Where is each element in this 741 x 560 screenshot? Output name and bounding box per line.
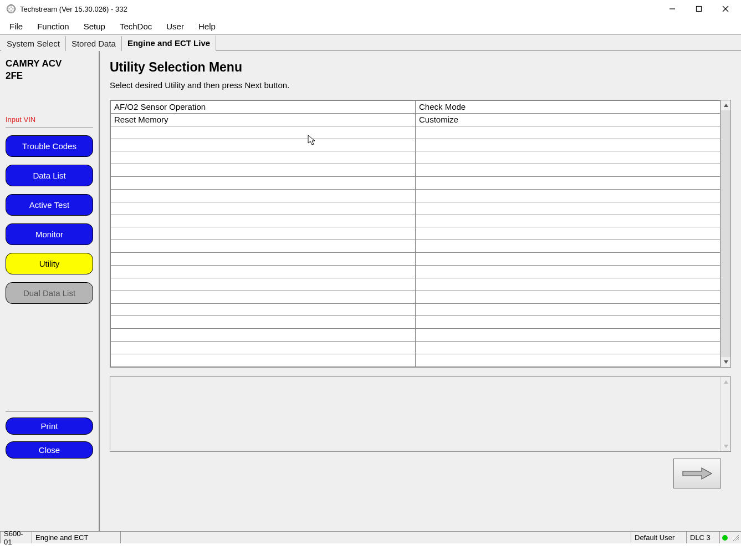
tab-stored-data[interactable]: Stored Data xyxy=(66,36,122,51)
table-row xyxy=(111,329,720,342)
tab-engine-ect-live[interactable]: Engine and ECT Live xyxy=(122,35,216,51)
utility-cell xyxy=(416,151,720,164)
utility-cell xyxy=(111,215,416,227)
utility-cell[interactable]: AF/O2 Sensor Operation xyxy=(111,101,416,114)
nav-active-test[interactable]: Active Test xyxy=(6,194,93,216)
menu-function[interactable]: Function xyxy=(30,19,76,33)
table-row xyxy=(111,139,720,151)
desc-scroll-down-icon xyxy=(721,441,730,451)
utility-cell xyxy=(111,342,416,354)
table-row xyxy=(111,151,720,164)
desc-scroll-up-icon xyxy=(721,377,730,387)
instruction-text: Select desired Utility and then press Ne… xyxy=(110,80,731,90)
input-vin-link[interactable]: Input VIN xyxy=(6,115,93,128)
utility-cell[interactable]: Check Mode xyxy=(416,101,720,114)
menu-setup[interactable]: Setup xyxy=(77,19,112,33)
svg-rect-2 xyxy=(697,7,702,12)
table-row xyxy=(111,227,720,240)
table-row xyxy=(111,354,720,366)
status-user: Default User xyxy=(631,532,687,543)
utility-cell xyxy=(416,303,720,316)
utility-cell xyxy=(111,151,416,164)
utility-cell xyxy=(416,126,720,139)
table-row xyxy=(111,240,720,253)
table-row xyxy=(111,215,720,227)
utility-cell xyxy=(111,177,416,190)
utility-cell xyxy=(416,164,720,177)
menu-user[interactable]: User xyxy=(160,19,191,33)
status-dlc: DLC 3 xyxy=(687,532,720,543)
utility-cell xyxy=(416,354,720,366)
print-button[interactable]: Print xyxy=(6,418,93,435)
resize-grip-icon xyxy=(732,534,740,542)
next-button[interactable] xyxy=(673,459,721,488)
utility-cell xyxy=(416,342,720,354)
table-row xyxy=(111,189,720,202)
vehicle-line1: CAMRY ACV xyxy=(6,58,62,69)
utility-cell xyxy=(111,291,416,303)
table-row: AF/O2 Sensor OperationCheck Mode xyxy=(111,101,720,114)
table-row xyxy=(111,164,720,177)
vehicle-label: CAMRY ACV 2FE xyxy=(6,58,93,82)
nav-utility[interactable]: Utility xyxy=(6,253,93,274)
scroll-up-icon[interactable] xyxy=(721,100,730,110)
table-row xyxy=(111,126,720,139)
utility-cell xyxy=(416,291,720,303)
menu-file[interactable]: File xyxy=(3,19,29,33)
close-button-sidebar[interactable]: Close xyxy=(6,441,93,459)
menu-techdoc[interactable]: TechDoc xyxy=(113,19,159,33)
utility-cell xyxy=(111,354,416,366)
table-row xyxy=(111,342,720,354)
menu-bar: File Function Setup TechDoc User Help xyxy=(0,18,741,34)
table-row xyxy=(111,265,720,278)
description-scrollbar xyxy=(720,377,730,451)
utility-cell xyxy=(111,316,416,329)
utility-cell xyxy=(416,139,720,151)
nav-trouble-codes[interactable]: Trouble Codes xyxy=(6,135,93,157)
app-icon xyxy=(7,4,16,13)
utility-cell[interactable]: Reset Memory xyxy=(111,113,416,126)
main-panel: Utility Selection Menu Select desired Ut… xyxy=(100,51,741,531)
scroll-track[interactable] xyxy=(721,110,730,357)
utility-cell xyxy=(111,189,416,202)
utility-cell xyxy=(111,265,416,278)
desc-scroll-track xyxy=(721,387,730,441)
table-row xyxy=(111,253,720,266)
utility-cell[interactable]: Customize xyxy=(416,113,720,126)
status-code: S600-01 xyxy=(0,532,32,543)
description-box xyxy=(110,376,731,452)
utility-cell xyxy=(111,303,416,316)
tab-system-select[interactable]: System Select xyxy=(1,36,66,51)
nav-monitor[interactable]: Monitor xyxy=(6,223,93,245)
close-button[interactable] xyxy=(712,1,739,17)
table-row: Reset MemoryCustomize xyxy=(111,113,720,126)
scroll-down-icon[interactable] xyxy=(721,357,730,367)
utility-cell xyxy=(111,227,416,240)
status-bar: S600-01 Engine and ECT Default User DLC … xyxy=(0,531,741,543)
utility-cell xyxy=(111,164,416,177)
utility-table-container: AF/O2 Sensor OperationCheck ModeReset Me… xyxy=(110,100,731,368)
nav-data-list[interactable]: Data List xyxy=(6,165,93,186)
maximize-button[interactable] xyxy=(686,1,712,17)
utility-cell xyxy=(416,265,720,278)
utility-cell xyxy=(416,177,720,190)
table-row xyxy=(111,316,720,329)
arrow-right-icon xyxy=(681,466,714,481)
table-row xyxy=(111,202,720,215)
workspace: CAMRY ACV 2FE Input VIN Trouble Codes Da… xyxy=(0,51,741,531)
title-bar: Techstream (Ver 15.30.026) - 332 xyxy=(0,0,741,18)
table-row xyxy=(111,303,720,316)
utility-cell xyxy=(416,278,720,291)
utility-cell xyxy=(416,329,720,342)
utility-cell xyxy=(111,202,416,215)
utility-cell xyxy=(416,227,720,240)
next-button-row xyxy=(110,452,731,488)
window-title: Techstream (Ver 15.30.026) - 332 xyxy=(20,5,127,13)
minimize-button[interactable] xyxy=(659,1,686,17)
utility-cell xyxy=(111,139,416,151)
utility-cell xyxy=(416,215,720,227)
utility-scrollbar[interactable] xyxy=(720,100,730,367)
description-text xyxy=(110,377,720,451)
sidebar-divider xyxy=(6,411,93,412)
menu-help[interactable]: Help xyxy=(192,19,222,33)
